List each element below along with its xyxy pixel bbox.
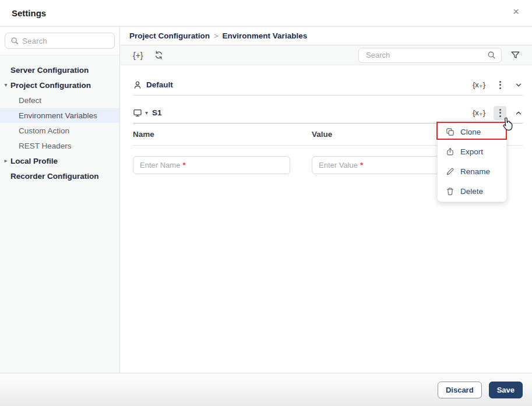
required-mark: * bbox=[182, 161, 185, 170]
refresh-button[interactable] bbox=[154, 50, 164, 60]
variable-name-input[interactable]: Enter Name * bbox=[133, 156, 290, 174]
add-variable-to-group-button[interactable]: {x₊} bbox=[473, 108, 485, 117]
sidebar-item-defect[interactable]: Defect bbox=[0, 93, 119, 108]
menu-item-clone[interactable]: Clone bbox=[438, 122, 506, 142]
group-default-actions: {x₊} bbox=[473, 78, 523, 92]
dialog-title: Settings bbox=[12, 8, 46, 18]
add-variable-to-group-button[interactable]: {x₊} bbox=[473, 80, 485, 89]
save-button[interactable]: Save bbox=[489, 382, 523, 398]
variables-search-box[interactable] bbox=[358, 48, 502, 63]
group-s1-actions: {x₊} bbox=[473, 106, 523, 120]
chevron-up-icon[interactable] bbox=[515, 109, 523, 117]
menu-item-delete[interactable]: Delete bbox=[438, 181, 506, 201]
kebab-menu-button-active[interactable] bbox=[494, 106, 506, 120]
sidebar-item-recorder-configuration[interactable]: Recorder Configuration bbox=[0, 168, 119, 183]
breadcrumb: Project Configuration > Environment Vari… bbox=[121, 27, 532, 45]
sidebar-item-server-configuration[interactable]: Server Configuration bbox=[0, 62, 119, 77]
dialog-footer: Discard Save bbox=[0, 373, 532, 406]
filter-icon bbox=[510, 50, 520, 60]
search-icon bbox=[487, 51, 496, 59]
sidebar-search-box[interactable] bbox=[5, 33, 115, 49]
delete-icon bbox=[446, 187, 455, 196]
sidebar-item-project-configuration[interactable]: ▾Project Configuration bbox=[0, 77, 119, 93]
refresh-icon bbox=[154, 50, 164, 60]
sidebar-search-section bbox=[0, 27, 119, 55]
group-type-caret-icon[interactable]: ▾ bbox=[145, 110, 148, 116]
sidebar-item-rest-headers[interactable]: REST Headers bbox=[0, 138, 119, 153]
sidebar-item-custom-action[interactable]: Custom Action bbox=[0, 123, 119, 138]
group-row-default[interactable]: Default {x₊} bbox=[133, 75, 523, 96]
sidebar-nav: Server Configuration ▾Project Configurat… bbox=[0, 55, 119, 183]
add-variable-button[interactable]: {+} bbox=[133, 51, 143, 60]
kebab-menu-button[interactable] bbox=[494, 78, 506, 92]
column-header-name: Name bbox=[133, 130, 312, 139]
context-menu: Clone Export Rename Delete bbox=[437, 121, 507, 202]
close-icon[interactable]: × bbox=[513, 6, 519, 17]
monitor-icon bbox=[133, 108, 142, 118]
sidebar-search-input[interactable] bbox=[19, 37, 114, 45]
clone-icon bbox=[446, 128, 455, 136]
export-icon bbox=[446, 147, 455, 156]
column-header-value: Value bbox=[312, 130, 332, 139]
group-default-label-wrap: Default bbox=[133, 80, 173, 90]
dialog-header: Settings × bbox=[0, 0, 532, 27]
sidebar-item-environment-variables[interactable]: Environment Variables bbox=[0, 108, 119, 123]
required-mark: * bbox=[360, 161, 363, 170]
chevron-down-icon[interactable] bbox=[515, 81, 523, 89]
menu-item-rename[interactable]: Rename bbox=[438, 161, 506, 181]
search-icon bbox=[10, 37, 19, 45]
breadcrumb-separator: > bbox=[214, 31, 219, 40]
breadcrumb-current: Environment Variables bbox=[223, 31, 308, 40]
collapse-caret-icon[interactable]: ▸ bbox=[3, 157, 9, 164]
group-name: S1 bbox=[152, 108, 162, 117]
discard-button[interactable]: Discard bbox=[438, 382, 482, 398]
breadcrumb-parent[interactable]: Project Configuration bbox=[129, 31, 210, 40]
filter-button[interactable] bbox=[510, 50, 520, 60]
variables-search-input[interactable] bbox=[359, 51, 487, 59]
toolbar: {+} bbox=[121, 45, 532, 65]
group-s1-label-wrap: ▾ S1 bbox=[133, 108, 162, 118]
settings-dialog: Settings × Server Configuration ▾Project… bbox=[0, 0, 532, 406]
group-name: Default bbox=[146, 80, 173, 89]
sidebar-item-local-profile[interactable]: ▸Local Profile bbox=[0, 153, 119, 168]
sidebar: Server Configuration ▾Project Configurat… bbox=[0, 27, 120, 373]
rename-icon bbox=[446, 167, 455, 176]
menu-item-export[interactable]: Export bbox=[438, 142, 506, 161]
expand-caret-icon[interactable]: ▾ bbox=[3, 82, 9, 88]
user-icon bbox=[133, 80, 142, 90]
